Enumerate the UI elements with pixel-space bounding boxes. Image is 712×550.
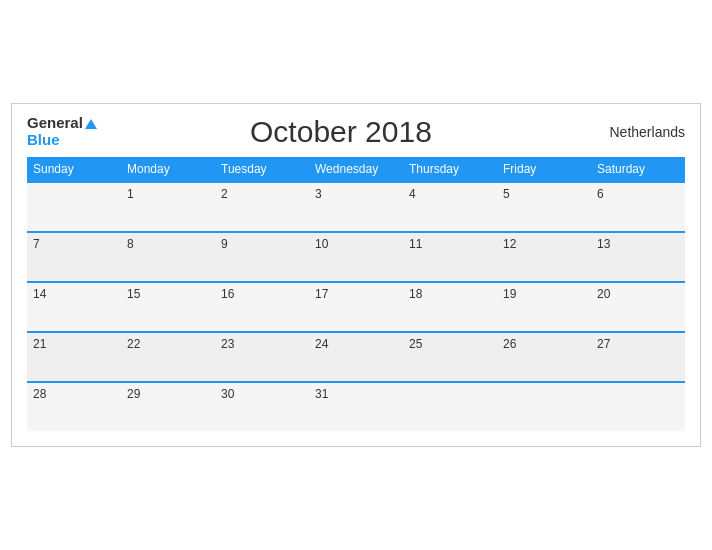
calendar-day: 11 bbox=[403, 232, 497, 282]
calendar-day: 30 bbox=[215, 382, 309, 431]
logo: General Blue bbox=[27, 114, 97, 148]
calendar-day: 4 bbox=[403, 182, 497, 232]
weekday-header-wednesday: Wednesday bbox=[309, 157, 403, 182]
calendar-day: 1 bbox=[121, 182, 215, 232]
calendar-day: 23 bbox=[215, 332, 309, 382]
calendar-day: 5 bbox=[497, 182, 591, 232]
logo-triangle-icon bbox=[85, 119, 97, 129]
calendar-day: 31 bbox=[309, 382, 403, 431]
calendar-body: 1234567891011121314151617181920212223242… bbox=[27, 182, 685, 431]
calendar-day: 2 bbox=[215, 182, 309, 232]
calendar-day: 12 bbox=[497, 232, 591, 282]
logo-blue: Blue bbox=[27, 132, 97, 149]
calendar-day: 8 bbox=[121, 232, 215, 282]
week-row-5: 28293031 bbox=[27, 382, 685, 431]
calendar-day bbox=[403, 382, 497, 431]
calendar-container: General Blue October 2018 Netherlands Su… bbox=[11, 103, 701, 446]
logo-general: General bbox=[27, 114, 83, 131]
calendar-day: 10 bbox=[309, 232, 403, 282]
calendar-day: 17 bbox=[309, 282, 403, 332]
week-row-1: 123456 bbox=[27, 182, 685, 232]
calendar-day: 27 bbox=[591, 332, 685, 382]
calendar-day: 7 bbox=[27, 232, 121, 282]
calendar-day: 13 bbox=[591, 232, 685, 282]
calendar-day: 28 bbox=[27, 382, 121, 431]
calendar-day: 14 bbox=[27, 282, 121, 332]
calendar-table: SundayMondayTuesdayWednesdayThursdayFrid… bbox=[27, 157, 685, 431]
calendar-header: General Blue October 2018 Netherlands bbox=[27, 114, 685, 148]
calendar-day: 21 bbox=[27, 332, 121, 382]
weekday-header-thursday: Thursday bbox=[403, 157, 497, 182]
calendar-day: 9 bbox=[215, 232, 309, 282]
weekday-header-friday: Friday bbox=[497, 157, 591, 182]
week-row-3: 14151617181920 bbox=[27, 282, 685, 332]
calendar-day bbox=[497, 382, 591, 431]
calendar-day: 18 bbox=[403, 282, 497, 332]
calendar-day: 26 bbox=[497, 332, 591, 382]
weekday-header-row: SundayMondayTuesdayWednesdayThursdayFrid… bbox=[27, 157, 685, 182]
calendar-title: October 2018 bbox=[97, 115, 585, 149]
calendar-day: 15 bbox=[121, 282, 215, 332]
calendar-day: 6 bbox=[591, 182, 685, 232]
weekday-header-tuesday: Tuesday bbox=[215, 157, 309, 182]
weekday-header-monday: Monday bbox=[121, 157, 215, 182]
calendar-country: Netherlands bbox=[585, 124, 685, 140]
calendar-day: 25 bbox=[403, 332, 497, 382]
week-row-2: 78910111213 bbox=[27, 232, 685, 282]
week-row-4: 21222324252627 bbox=[27, 332, 685, 382]
calendar-day: 22 bbox=[121, 332, 215, 382]
calendar-day bbox=[591, 382, 685, 431]
calendar-day: 20 bbox=[591, 282, 685, 332]
weekday-header-sunday: Sunday bbox=[27, 157, 121, 182]
calendar-day: 29 bbox=[121, 382, 215, 431]
logo-text: General bbox=[27, 114, 97, 132]
calendar-day: 24 bbox=[309, 332, 403, 382]
calendar-day: 16 bbox=[215, 282, 309, 332]
weekday-header-saturday: Saturday bbox=[591, 157, 685, 182]
calendar-day: 3 bbox=[309, 182, 403, 232]
calendar-day bbox=[27, 182, 121, 232]
calendar-day: 19 bbox=[497, 282, 591, 332]
